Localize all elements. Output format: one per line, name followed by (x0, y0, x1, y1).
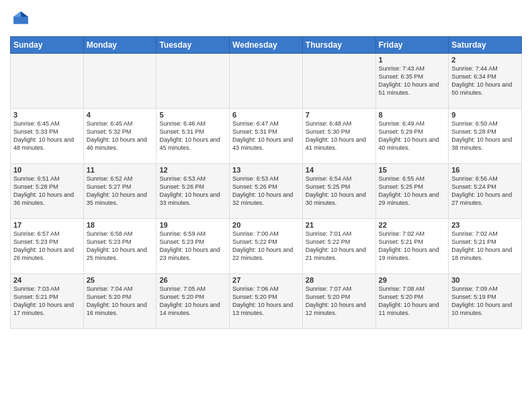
day-number: 10 (13, 166, 81, 174)
calendar-day-13: 13Sunrise: 6:53 AM Sunset: 5:26 PM Dayli… (230, 164, 303, 219)
calendar-day-16: 16Sunrise: 6:56 AM Sunset: 5:24 PM Dayli… (449, 164, 522, 219)
day-number: 27 (232, 276, 300, 284)
day-info: Sunrise: 6:58 AM Sunset: 5:23 PM Dayligh… (87, 230, 154, 263)
logo-icon (11, 9, 30, 28)
weekday-header-saturday: Saturday (449, 37, 522, 54)
day-info: Sunrise: 6:45 AM Sunset: 5:33 PM Dayligh… (13, 120, 81, 152)
calendar-day-17: 17Sunrise: 6:57 AM Sunset: 5:23 PM Dayli… (11, 219, 84, 274)
calendar-day-3: 3Sunrise: 6:45 AM Sunset: 5:33 PM Daylig… (11, 109, 84, 164)
calendar-day-27: 27Sunrise: 7:06 AM Sunset: 5:20 PM Dayli… (230, 274, 303, 329)
day-info: Sunrise: 6:57 AM Sunset: 5:23 PM Dayligh… (13, 230, 81, 263)
day-info: Sunrise: 7:04 AM Sunset: 5:20 PM Dayligh… (87, 285, 154, 318)
calendar-day-19: 19Sunrise: 6:59 AM Sunset: 5:23 PM Dayli… (157, 219, 230, 274)
header (10, 7, 522, 31)
day-info: Sunrise: 6:47 AM Sunset: 5:31 PM Dayligh… (232, 120, 300, 152)
day-info: Sunrise: 6:50 AM Sunset: 5:28 PM Dayligh… (451, 120, 519, 152)
calendar-week-row: 3Sunrise: 6:45 AM Sunset: 5:33 PM Daylig… (11, 109, 522, 164)
day-info: Sunrise: 6:49 AM Sunset: 5:29 PM Dayligh… (379, 120, 446, 152)
day-number: 28 (306, 276, 373, 284)
day-info: Sunrise: 6:59 AM Sunset: 5:23 PM Dayligh… (159, 230, 226, 263)
day-info: Sunrise: 6:45 AM Sunset: 5:32 PM Dayligh… (87, 120, 154, 152)
page: SundayMondayTuesdayWednesdayThursdayFrid… (0, 0, 532, 339)
calendar-day-8: 8Sunrise: 6:49 AM Sunset: 5:29 PM Daylig… (375, 109, 449, 164)
day-info: Sunrise: 6:54 AM Sunset: 5:25 PM Dayligh… (306, 175, 373, 208)
weekday-header-sunday: Sunday (11, 37, 84, 54)
calendar-day-12: 12Sunrise: 6:53 AM Sunset: 5:26 PM Dayli… (157, 164, 230, 219)
day-number: 14 (306, 166, 373, 174)
calendar-day-25: 25Sunrise: 7:04 AM Sunset: 5:20 PM Dayli… (83, 274, 157, 329)
calendar-day-28: 28Sunrise: 7:07 AM Sunset: 5:20 PM Dayli… (302, 274, 375, 329)
svg-marker-2 (13, 11, 21, 17)
day-info: Sunrise: 7:02 AM Sunset: 5:21 PM Dayligh… (379, 230, 446, 263)
day-number: 24 (13, 276, 81, 284)
day-info: Sunrise: 7:01 AM Sunset: 5:22 PM Dayligh… (306, 230, 373, 263)
weekday-header-wednesday: Wednesday (230, 37, 303, 54)
day-info: Sunrise: 6:56 AM Sunset: 5:24 PM Dayligh… (451, 175, 519, 208)
day-info: Sunrise: 6:55 AM Sunset: 5:25 PM Dayligh… (379, 175, 446, 208)
calendar-day-9: 9Sunrise: 6:50 AM Sunset: 5:28 PM Daylig… (449, 109, 522, 164)
calendar-table: SundayMondayTuesdayWednesdayThursdayFrid… (10, 36, 522, 329)
day-info: Sunrise: 6:51 AM Sunset: 5:28 PM Dayligh… (13, 175, 81, 208)
day-number: 20 (232, 221, 300, 229)
calendar-day-30: 30Sunrise: 7:09 AM Sunset: 5:19 PM Dayli… (449, 274, 522, 329)
day-info: Sunrise: 7:03 AM Sunset: 5:21 PM Dayligh… (13, 285, 81, 318)
calendar-day-23: 23Sunrise: 7:02 AM Sunset: 5:21 PM Dayli… (449, 219, 522, 274)
day-number: 4 (87, 111, 154, 119)
day-number: 12 (159, 166, 226, 174)
calendar-day-1: 1Sunrise: 7:43 AM Sunset: 6:35 PM Daylig… (375, 54, 449, 109)
calendar-day-14: 14Sunrise: 6:54 AM Sunset: 5:25 PM Dayli… (302, 164, 375, 219)
day-number: 16 (451, 166, 519, 174)
calendar-week-row: 10Sunrise: 6:51 AM Sunset: 5:28 PM Dayli… (11, 164, 522, 219)
calendar-day-29: 29Sunrise: 7:08 AM Sunset: 5:20 PM Dayli… (375, 274, 449, 329)
day-number: 15 (379, 166, 446, 174)
day-number: 17 (13, 221, 81, 229)
day-number: 21 (306, 221, 373, 229)
day-number: 22 (379, 221, 446, 229)
day-info: Sunrise: 7:00 AM Sunset: 5:22 PM Dayligh… (232, 230, 300, 263)
calendar-day-24: 24Sunrise: 7:03 AM Sunset: 5:21 PM Dayli… (11, 274, 84, 329)
day-number: 8 (379, 111, 446, 119)
day-number: 30 (451, 276, 519, 284)
calendar-day-6: 6Sunrise: 6:47 AM Sunset: 5:31 PM Daylig… (230, 109, 303, 164)
day-number: 18 (87, 221, 154, 229)
day-number: 23 (451, 221, 519, 229)
day-info: Sunrise: 7:05 AM Sunset: 5:20 PM Dayligh… (159, 285, 226, 318)
day-info: Sunrise: 7:02 AM Sunset: 5:21 PM Dayligh… (451, 230, 519, 263)
day-info: Sunrise: 7:06 AM Sunset: 5:20 PM Dayligh… (232, 285, 300, 318)
calendar-day-18: 18Sunrise: 6:58 AM Sunset: 5:23 PM Dayli… (83, 219, 157, 274)
calendar-week-row: 1Sunrise: 7:43 AM Sunset: 6:35 PM Daylig… (11, 54, 522, 109)
calendar-day-11: 11Sunrise: 6:52 AM Sunset: 5:27 PM Dayli… (83, 164, 157, 219)
day-number: 25 (87, 276, 154, 284)
calendar-week-row: 17Sunrise: 6:57 AM Sunset: 5:23 PM Dayli… (11, 219, 522, 274)
calendar-empty-cell (302, 54, 375, 109)
weekday-header-friday: Friday (375, 37, 449, 54)
calendar-day-22: 22Sunrise: 7:02 AM Sunset: 5:21 PM Dayli… (375, 219, 449, 274)
day-number: 19 (159, 221, 226, 229)
day-number: 6 (232, 111, 300, 119)
day-info: Sunrise: 6:53 AM Sunset: 5:26 PM Dayligh… (232, 175, 300, 208)
calendar-empty-cell (157, 54, 230, 109)
calendar-day-21: 21Sunrise: 7:01 AM Sunset: 5:22 PM Dayli… (302, 219, 375, 274)
calendar-day-26: 26Sunrise: 7:05 AM Sunset: 5:20 PM Dayli… (157, 274, 230, 329)
day-info: Sunrise: 6:46 AM Sunset: 5:31 PM Dayligh… (159, 120, 226, 152)
calendar-day-7: 7Sunrise: 6:48 AM Sunset: 5:30 PM Daylig… (302, 109, 375, 164)
weekday-header-monday: Monday (83, 37, 157, 54)
calendar-empty-cell (83, 54, 157, 109)
day-info: Sunrise: 7:07 AM Sunset: 5:20 PM Dayligh… (306, 285, 373, 318)
calendar-empty-cell (11, 54, 84, 109)
weekday-header-row: SundayMondayTuesdayWednesdayThursdayFrid… (11, 37, 522, 54)
day-number: 11 (87, 166, 154, 174)
day-info: Sunrise: 6:48 AM Sunset: 5:30 PM Dayligh… (306, 120, 373, 152)
logo (10, 9, 33, 31)
day-info: Sunrise: 7:44 AM Sunset: 6:34 PM Dayligh… (451, 64, 519, 97)
day-number: 9 (451, 111, 519, 119)
day-number: 5 (159, 111, 226, 119)
svg-marker-1 (21, 11, 28, 17)
day-info: Sunrise: 6:53 AM Sunset: 5:26 PM Dayligh… (159, 175, 226, 208)
day-number: 26 (159, 276, 226, 284)
calendar-day-15: 15Sunrise: 6:55 AM Sunset: 5:25 PM Dayli… (375, 164, 449, 219)
day-number: 29 (379, 276, 446, 284)
calendar-day-20: 20Sunrise: 7:00 AM Sunset: 5:22 PM Dayli… (230, 219, 303, 274)
day-number: 3 (13, 111, 81, 119)
day-number: 13 (232, 166, 300, 174)
